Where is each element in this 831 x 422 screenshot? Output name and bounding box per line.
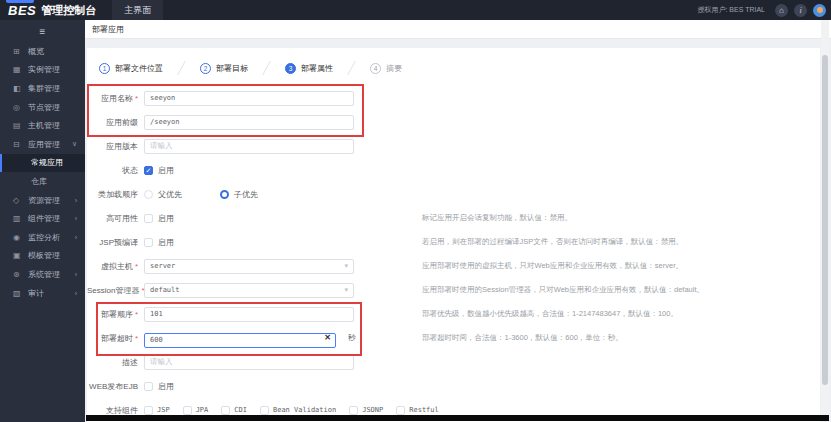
form-row-app-prefix: 应用前缀: [87, 110, 820, 134]
sidebar-subitem-regular-apps[interactable]: 常规应用: [0, 154, 85, 173]
step-separator: [254, 61, 270, 75]
high-availability-hint: 标记应用开启会话复制功能，默认值：禁用。: [422, 213, 572, 223]
sidebar-item-system-mgmt[interactable]: ⊛系统管理›: [0, 265, 85, 284]
deploy-order-hint: 部署优先级，数值越小优先级越高，合法值：1-2147483647，默认值：100…: [422, 309, 678, 319]
sidebar-item-monitoring[interactable]: ◉监控分析›: [0, 228, 85, 247]
status-checkbox[interactable]: ✓: [144, 166, 153, 175]
form-row-deploy-timeout: 部署超时* ✕ 秒 部署超时时间，合法值：1-3600，默认值：600，单位：秒…: [87, 326, 820, 350]
chevron-right-icon: ›: [75, 234, 77, 241]
step-summary[interactable]: 4 摘要: [370, 63, 402, 74]
restful-component-checkbox[interactable]: [396, 406, 405, 415]
info-icon[interactable]: i: [794, 4, 807, 17]
deploy-wizard-card: 1 部署文件位置 2 部署目标 3 部署属性 4 摘要 应用名称*: [87, 48, 820, 422]
chevron-right-icon: ›: [75, 290, 77, 297]
jsp-precompile-checkbox[interactable]: [144, 238, 153, 247]
virtual-host-select[interactable]: server ▾: [144, 259, 354, 274]
timeout-unit-label: 秒: [348, 333, 356, 343]
header-right: 授权用户: BES TRIAL ⌂ i: [697, 4, 826, 17]
audit-icon: ▧: [13, 289, 23, 298]
step-deploy-properties[interactable]: 3 部署属性: [285, 63, 333, 74]
session-manager-select[interactable]: default ▾: [144, 283, 354, 298]
deploy-order-input[interactable]: [144, 307, 354, 322]
tab-main-view[interactable]: 主界面: [112, 0, 163, 20]
sidebar-item-node-mgmt[interactable]: ◎节点管理: [0, 98, 85, 117]
form-row-jsp-precompile: JSP预编译 启用 若启用，则在部署的过程编译JSP文件，否则在访问时再编译，默…: [87, 230, 820, 254]
host-icon: ▤: [13, 121, 23, 130]
form-row-app-name: 应用名称*: [87, 86, 820, 110]
step-deploy-file-location[interactable]: 1 部署文件位置: [99, 63, 163, 74]
sidebar-item-instance-mgmt[interactable]: ▦实例管理: [0, 61, 85, 80]
bottom-black-bar: [86, 415, 829, 421]
step-separator: [169, 61, 185, 75]
template-icon: ▣: [13, 251, 23, 260]
sidebar-item-app-mgmt[interactable]: ⊟应用管理∨: [0, 135, 85, 154]
step-4-circle: 4: [370, 63, 381, 74]
sidebar-item-resource-mgmt[interactable]: ◇资源管理›: [0, 191, 85, 210]
monitor-icon: ◉: [13, 233, 23, 242]
step-3-circle: 3: [285, 63, 296, 74]
high-availability-checkbox[interactable]: [144, 214, 153, 223]
description-input[interactable]: [144, 355, 354, 370]
app-prefix-input[interactable]: [144, 115, 354, 130]
app-header: BES 管理控制台 主界面 授权用户: BES TRIAL ⌂ i: [0, 0, 831, 20]
session-manager-hint: 应用部署时使用的Session管理器，只对Web应用和企业应用有效，默认值：de…: [422, 285, 704, 295]
sidebar-item-overview[interactable]: ⊞概览: [0, 42, 85, 61]
sidebar-item-host-mgmt[interactable]: ▤主机管理: [0, 116, 85, 135]
sidebar-item-cluster-mgmt[interactable]: ◧集群管理: [0, 79, 85, 98]
web-publish-ejb-checkbox[interactable]: [144, 382, 153, 391]
chevron-down-icon: ∨: [72, 140, 77, 148]
system-icon: ⊛: [13, 270, 23, 279]
form-row-app-version: 应用版本: [87, 134, 820, 158]
chevron-right-icon: ›: [75, 197, 77, 204]
step-separator: [339, 61, 355, 75]
home-icon[interactable]: ⌂: [775, 4, 788, 17]
app-version-input[interactable]: [144, 139, 354, 154]
step-deploy-target[interactable]: 2 部署目标: [200, 63, 248, 74]
product-title: 管理控制台: [41, 3, 96, 18]
clear-icon[interactable]: ✕: [324, 334, 331, 342]
licensed-user-label: 授权用户: BES TRIAL: [697, 5, 765, 15]
breadcrumb: 部署应用: [85, 20, 831, 39]
user-avatar[interactable]: [813, 4, 826, 17]
window-edge-accent: [6, 0, 34, 3]
dropdown-arrow-icon: ▾: [344, 286, 348, 294]
jsp-component-checkbox[interactable]: [144, 406, 153, 415]
sidebar-nav: ≡ ⊞概览 ▦实例管理 ◧集群管理 ◎节点管理 ▤主机管理 ⊟应用管理∨ 常规应…: [0, 20, 85, 422]
node-icon: ◎: [13, 103, 23, 112]
bes-logo: BES: [8, 3, 36, 18]
avatar-face-icon: [817, 7, 823, 13]
overview-icon: ⊞: [13, 47, 23, 56]
dropdown-arrow-icon: ▾: [344, 262, 348, 270]
form-row-web-publish-ejb: WEB发布EJB 启用: [87, 374, 820, 398]
jsonp-component-checkbox[interactable]: [349, 406, 358, 415]
form-row-virtual-host: 虚拟主机* server ▾ 应用部署时使用的虚拟主机，只对Web应用和企业应用…: [87, 254, 820, 278]
jsp-precompile-hint: 若启用，则在部署的过程编译JSP文件，否则在访问时再编译，默认值：禁用。: [422, 237, 683, 247]
cdi-component-checkbox[interactable]: [221, 406, 230, 415]
instance-icon: ▦: [13, 65, 23, 74]
sidebar-subitem-repository[interactable]: 仓库: [0, 172, 85, 191]
deploy-properties-form: 应用名称* 应用前缀 应用版本 状态 ✓ 启用 类加载顺序 父优先: [87, 78, 820, 422]
form-row-description: 描述: [87, 350, 820, 374]
sidebar-item-component-mgmt[interactable]: ▥组件管理›: [0, 209, 85, 228]
sidebar-item-audit[interactable]: ▧审计›: [0, 284, 85, 303]
main-content: 部署应用 1 部署文件位置 2 部署目标 3 部署属性 4 摘要: [85, 20, 831, 422]
form-row-status: 状态 ✓ 启用: [87, 158, 820, 182]
chevron-right-icon: ›: [75, 215, 77, 222]
app-name-input[interactable]: [144, 91, 354, 106]
step-2-circle: 2: [200, 63, 211, 74]
scrollbar-thumb[interactable]: [822, 55, 828, 385]
chevron-right-icon: ›: [75, 271, 77, 278]
jpa-component-checkbox[interactable]: [183, 406, 192, 415]
sidebar-collapse-icon[interactable]: ≡: [0, 20, 85, 42]
child-first-radio[interactable]: [220, 190, 229, 199]
parent-first-radio[interactable]: [144, 190, 153, 199]
sidebar-item-template-mgmt[interactable]: ▣模板管理: [0, 247, 85, 266]
form-row-session-manager: Session管理器* default ▾ 应用部署时使用的Session管理器…: [87, 278, 820, 302]
deploy-timeout-input[interactable]: [144, 333, 336, 348]
resource-icon: ◇: [13, 196, 23, 205]
cluster-icon: ◧: [13, 84, 23, 93]
deploy-timeout-hint: 部署超时时间，合法值：1-3600，默认值：600，单位：秒。: [422, 333, 623, 343]
app-icon: ⊟: [13, 140, 23, 149]
bean-validation-checkbox[interactable]: [260, 406, 269, 415]
form-row-high-availability: 高可用性 启用 标记应用开启会话复制功能，默认值：禁用。: [87, 206, 820, 230]
